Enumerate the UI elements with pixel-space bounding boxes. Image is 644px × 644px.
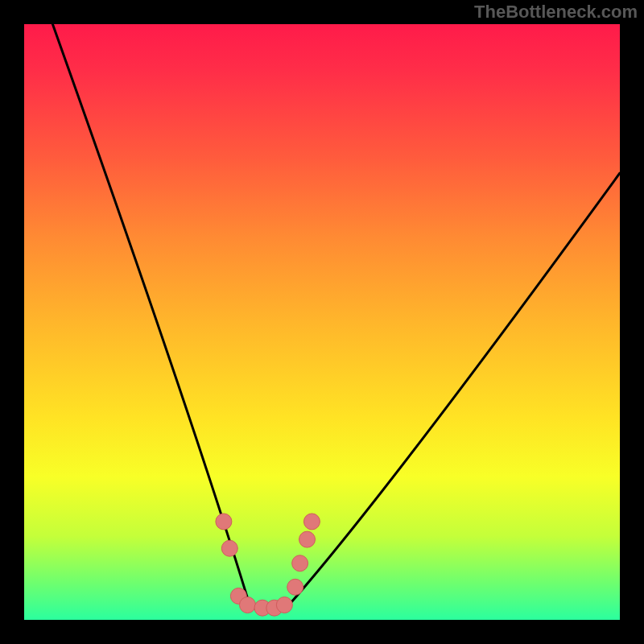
data-marker <box>216 514 232 530</box>
chart-frame: TheBottleneck.com <box>0 0 644 644</box>
chart-svg <box>24 24 620 620</box>
data-marker <box>299 531 316 547</box>
data-marker <box>240 597 256 613</box>
plot-area <box>24 24 620 620</box>
data-marker <box>221 540 237 556</box>
data-marker <box>303 514 320 530</box>
data-marker <box>276 597 292 613</box>
data-marker <box>287 579 303 595</box>
watermark: TheBottleneck.com <box>474 2 638 23</box>
data-marker <box>292 555 308 572</box>
data-markers <box>216 514 320 616</box>
